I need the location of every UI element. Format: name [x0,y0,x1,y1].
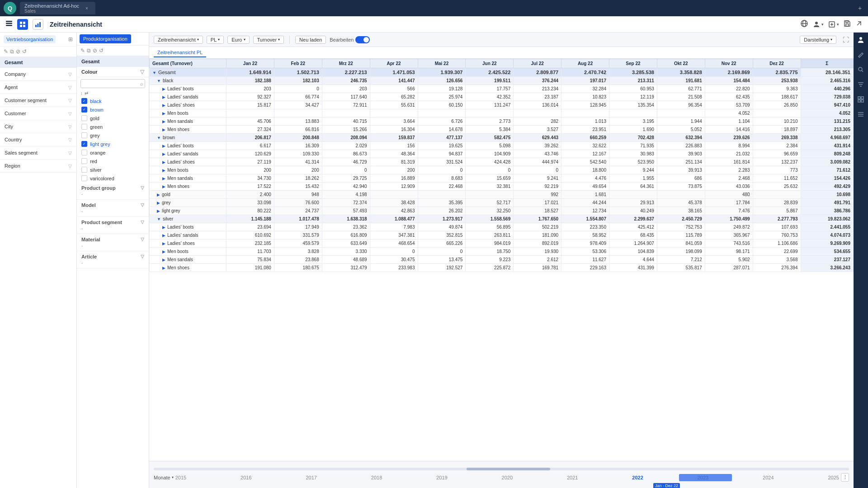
expand-arrow[interactable]: ▶ [162,152,165,156]
expand-arrow[interactable]: ▶ [157,209,160,213]
currency-btn[interactable]: Euro▾ [227,36,249,44]
expand-arrow[interactable]: ▶ [162,127,165,132]
timeline-year[interactable]: 2025 [828,475,839,480]
timeline-year[interactable]: 2016 [241,475,251,480]
reload-btn[interactable]: Neu laden [295,36,326,44]
color-checkbox[interactable] [81,124,87,130]
color-checkbox[interactable]: ✓ [81,107,87,113]
expand-arrow[interactable]: ▶ [162,266,165,270]
color-item-silver[interactable]: silver [77,165,149,174]
timeline-year[interactable]: 2017 [306,475,316,480]
color-checkbox[interactable]: ✓ [81,141,87,147]
expand-arrow[interactable]: ▶ [162,176,165,181]
color-checkbox[interactable] [81,115,87,121]
expand-arrow[interactable]: ▼ [157,136,161,140]
pl-btn[interactable]: PL▾ [207,36,224,44]
pencil-icon[interactable] [857,51,864,60]
colour-filter-icon[interactable]: ▽ [140,69,144,75]
expand-arrow[interactable]: ▼ [152,70,156,75]
edit-toggle[interactable]: Bearbeiten [330,36,370,43]
col-header-7[interactable]: Jul 22 [514,59,561,68]
mp-filter-article[interactable]: Article ▽- [77,251,149,268]
col-header-12[interactable]: Dez 22 [753,59,801,68]
filter-item-region[interactable]: Region▽ [0,160,76,173]
expand-arrow[interactable]: ▶ [162,87,165,91]
sub-tab[interactable]: Zeitreihenansicht PL [154,48,206,57]
grid-icon[interactable] [857,96,864,104]
col-header-0[interactable]: Gesamt (Turnover) [150,59,226,68]
produkt-tab[interactable]: Produktorganisation [80,34,131,43]
expand-arrow[interactable]: ▶ [162,225,165,230]
sort-icon[interactable]: ↕ [80,91,83,96]
refresh-icon[interactable]: ↺ [22,48,27,55]
view-mode-btn[interactable]: Zeitreihenansicht▾ [154,36,203,44]
user-menu[interactable]: ▾ [813,21,824,28]
color-item-black[interactable]: ✓black [77,97,149,105]
col-header-4[interactable]: Apr 22 [370,59,418,68]
expand-arrow[interactable]: ▶ [157,201,160,205]
color-item-grey[interactable]: grey [77,131,149,140]
list-icon[interactable] [857,111,864,119]
color-checkbox[interactable]: ✓ [81,98,87,104]
timeline-year[interactable]: 2015 [175,475,186,480]
edit-toggle-switch[interactable] [355,36,370,43]
color-item-green[interactable]: green [77,122,149,131]
mp-filter-product-segment[interactable]: Product segment ▽- [77,217,149,234]
edit-icon[interactable]: ✎ [4,48,8,55]
filter-item-city[interactable]: City▽ [0,120,76,133]
timeline-more[interactable]: ⋮ [841,473,849,482]
timeline-year[interactable]: 2021 [567,475,578,480]
timeline-year[interactable]: 2024 [763,475,774,480]
col-header-9[interactable]: Sep 22 [609,59,657,68]
expand-arrow[interactable]: ▶ [162,258,165,262]
chart-icon[interactable] [33,19,43,30]
filter-item-customer[interactable]: Customer▽ [0,107,76,120]
col-header-1[interactable]: Jan 22 [226,59,274,68]
filter-icon[interactable]: ⊘ [16,48,20,55]
shuffle-icon[interactable]: ⇄ [85,91,88,96]
timeline-year[interactable]: 2018 [371,475,382,480]
mp-filter-model[interactable]: Model ▽- [77,200,149,217]
vertrieb-tab[interactable]: Vertriebsorganisation [4,35,56,43]
col-header-2[interactable]: Feb 22 [274,59,322,68]
filter-item-company[interactable]: Company▽ [0,68,76,81]
expand-arrow[interactable]: ▶ [162,160,165,164]
table-icon[interactable]: ⊞ [68,36,73,42]
add-tab-icon[interactable]: + [855,4,864,13]
expand-arrow[interactable]: ▼ [157,217,161,221]
expand-arrow[interactable]: ▶ [157,192,160,197]
color-item-red[interactable]: red [77,157,149,165]
expand-icon[interactable]: ⛶ [843,36,849,43]
mp-copy-icon[interactable]: ⧉ [87,47,91,54]
filter-item-country[interactable]: Country▽ [0,133,76,146]
col-header-6[interactable]: Jun 22 [466,59,514,68]
color-checkbox[interactable] [81,132,87,138]
expand-arrow[interactable]: ▶ [162,103,165,108]
filter-item-customer-segment[interactable]: Customer segment▽ [0,94,76,107]
color-checkbox[interactable] [81,167,87,173]
expand-arrow[interactable]: ▼ [157,79,161,83]
timeline-year[interactable]: 2019 [436,475,447,480]
color-item-orange[interactable]: orange [77,148,149,157]
col-header-5[interactable]: Mai 22 [418,59,466,68]
col-header-11[interactable]: Nov 22 [705,59,753,68]
tab-item[interactable]: Zeitreihenansicht Ad-hoc Sales × [20,2,95,14]
timeline-scrollbar[interactable] [154,468,849,470]
color-checkbox[interactable] [81,150,87,155]
tab-close-icon[interactable]: × [85,6,88,11]
expand-arrow[interactable]: ▶ [162,184,165,189]
expand-arrow[interactable]: ▶ [162,144,165,148]
timeline-thumb[interactable] [467,468,550,470]
profile-icon[interactable] [857,36,864,45]
timeline-year[interactable]: 2020 [502,475,513,480]
magnify-icon[interactable] [857,66,864,75]
color-checkbox[interactable] [81,158,87,164]
table-container[interactable]: Gesamt (Turnover)Jan 22Feb 22Mrz 22Apr 2… [149,59,854,461]
expand-arrow[interactable]: ▶ [162,233,165,238]
color-item-light-grey[interactable]: ✓light grey [77,140,149,148]
color-item-gold[interactable]: gold [77,114,149,122]
period-selector[interactable]: Monate ▾ [154,475,174,480]
color-item-varicolored[interactable]: varicolored [77,174,149,183]
mp-refresh-icon[interactable]: ↺ [99,47,104,54]
filter-item-agent[interactable]: Agent▽ [0,81,76,94]
